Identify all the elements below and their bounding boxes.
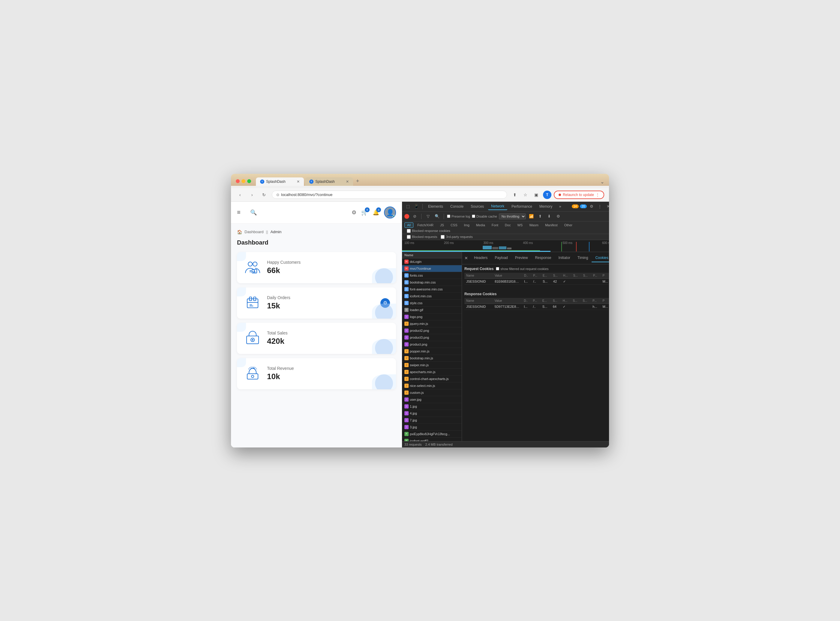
network-item-product[interactable]: I product.png	[402, 341, 462, 348]
new-tab-button[interactable]: +	[353, 177, 362, 186]
relaunch-button[interactable]: Relaunch to update ⋮	[554, 191, 604, 199]
request-cookie-row-1[interactable]: JSESSIONID 81E66B31816CF11A... I... /.. …	[465, 279, 609, 285]
blocked-response-cookies-checkbox[interactable]: Blocked response cookies	[407, 229, 450, 233]
filter-fetch-xhr[interactable]: Fetch/XHR	[415, 223, 436, 228]
filter-funnel-icon[interactable]: ▽	[424, 213, 432, 220]
payload-tab[interactable]: Payload	[491, 254, 511, 262]
blocked-requests-checkbox[interactable]: Blocked requests	[407, 235, 437, 239]
dt-close-icon[interactable]: ✕	[605, 203, 609, 210]
network-item-mvc[interactable]: H mvc/?continue	[402, 265, 462, 272]
network-item-4jpg[interactable]: I 4.jpg	[402, 410, 462, 417]
third-party-input[interactable]	[441, 235, 445, 239]
network-item-niceselect[interactable]: J nice-select.min.js	[402, 382, 462, 389]
filter-media[interactable]: Media	[473, 223, 488, 228]
maximize-traffic-light[interactable]	[247, 179, 251, 183]
network-item-product2[interactable]: I product2.png	[402, 327, 462, 334]
network-item-user-jpg[interactable]: I user.jpg	[402, 396, 462, 403]
filter-wasm[interactable]: Wasm	[527, 223, 541, 228]
bookmark-icon[interactable]: ☆	[521, 191, 530, 199]
network-item-fonts-css[interactable]: C fonts.css	[402, 272, 462, 279]
back-button[interactable]: ‹	[236, 191, 244, 199]
filter-icon[interactable]: ⚙	[352, 209, 356, 215]
network-item-3jpg[interactable]: I 3.jpg	[402, 424, 462, 431]
dt-tab-sources[interactable]: Sources	[468, 203, 487, 210]
hamburger-icon[interactable]: ≡	[237, 209, 241, 216]
disable-cache-checkbox[interactable]: Disable cache	[472, 215, 497, 218]
network-item-fontawesome[interactable]: C font-awesome.min.css	[402, 286, 462, 293]
response-cookie-row-1[interactable]: JSESSIONID 5D97713E2E800C01... I... /.. …	[465, 304, 609, 310]
export-icon[interactable]: ⬇	[546, 213, 553, 220]
network-item-jquery[interactable]: J jquery.min.js	[402, 320, 462, 327]
show-filtered-input[interactable]	[496, 267, 499, 270]
share-icon[interactable]: ⬆	[510, 191, 519, 199]
profile-button[interactable]: T	[543, 191, 551, 199]
minimize-traffic-light[interactable]	[242, 179, 245, 183]
preview-tab[interactable]: Preview	[512, 254, 532, 262]
close-detail-panel-button[interactable]: ✕	[465, 256, 468, 261]
reload-button[interactable]: ↻	[260, 191, 268, 199]
address-bar[interactable]: ⊙ localhost:8080/mvc/?continue	[272, 191, 507, 199]
filter-img[interactable]: Img	[462, 223, 472, 228]
filter-ws[interactable]: WS	[515, 223, 525, 228]
throttle-select[interactable]: No throttling	[499, 214, 526, 220]
timing-tab[interactable]: Timing	[574, 254, 592, 262]
filter-js[interactable]: JS	[437, 223, 447, 228]
network-item-custom-js[interactable]: J custom.js	[402, 389, 462, 396]
disable-cache-input[interactable]	[472, 215, 475, 218]
dt-tab-elements[interactable]: Elements	[425, 203, 446, 210]
third-party-checkbox[interactable]: 3rd-party requests	[441, 235, 472, 239]
network-item-dologin[interactable]: H doLogin	[402, 258, 462, 265]
import-icon[interactable]: ⬆	[537, 213, 544, 220]
network-item-product3[interactable]: I product3.png	[402, 334, 462, 341]
filter-font[interactable]: Font	[489, 223, 501, 228]
network-item-bootstrap-js[interactable]: J bootstrap.min.js	[402, 355, 462, 362]
tab-2-close[interactable]: ✕	[346, 180, 349, 184]
network-item-swiper[interactable]: J swiper.min.js	[402, 362, 462, 369]
dt-tab-console[interactable]: Console	[447, 203, 466, 210]
network-item-control-chart[interactable]: J control-chart-apexcharts.js	[402, 376, 462, 382]
network-item-pxi1[interactable]: F pxiEyp8kv8JHgFVrJJfecg...	[402, 431, 462, 438]
search-network-icon[interactable]: 🔍	[433, 213, 441, 220]
network-item-7jpg[interactable]: I 7.jpg	[402, 417, 462, 424]
blocked-cookies-input[interactable]	[407, 229, 411, 233]
dt-more-icon[interactable]: ⋮	[596, 203, 604, 210]
dt-settings2-icon[interactable]: ⚙	[555, 213, 562, 220]
sidebar-toggle[interactable]: ▣	[532, 191, 541, 199]
dt-tab-memory[interactable]: Memory	[536, 203, 555, 210]
inspect-element-icon[interactable]: ⬚	[404, 203, 412, 210]
headers-tab[interactable]: Headers	[470, 254, 491, 262]
breadcrumb-home[interactable]: Dashboard	[245, 230, 264, 234]
network-item-popper[interactable]: J popper.min.js	[402, 348, 462, 355]
filter-manifest[interactable]: Manifest	[542, 223, 561, 228]
filter-doc[interactable]: Doc	[502, 223, 513, 228]
forward-button[interactable]: ›	[248, 191, 256, 199]
filter-all[interactable]: All	[404, 223, 413, 228]
record-button[interactable]	[404, 214, 409, 219]
network-item-1jpg[interactable]: I 1.jpg	[402, 403, 462, 410]
network-item-bootstrap-css[interactable]: C bootstrap.min.css	[402, 279, 462, 286]
network-item-icofont-css[interactable]: C icofont.min.css	[402, 293, 462, 300]
avatar[interactable]	[384, 206, 396, 218]
dt-tab-performance[interactable]: Performance	[509, 203, 535, 210]
tab-chevron-icon[interactable]: ⌄	[600, 179, 604, 185]
tab-2[interactable]: S SplashDash ✕	[305, 177, 353, 186]
network-item-logo[interactable]: I logo.png	[402, 314, 462, 320]
close-traffic-light[interactable]	[236, 179, 240, 183]
cookies-tab-active[interactable]: Cookies	[592, 254, 609, 262]
filter-other[interactable]: Other	[561, 223, 575, 228]
initiator-tab[interactable]: Initiator	[555, 254, 574, 262]
dt-tab-network[interactable]: Network	[488, 203, 507, 210]
network-item-apexcharts[interactable]: J apexcharts.min.js	[402, 369, 462, 376]
gear-button[interactable]: ⚙	[380, 298, 390, 308]
preserve-log-input[interactable]	[447, 215, 450, 218]
blocked-requests-input[interactable]	[407, 235, 411, 239]
preserve-log-checkbox[interactable]: Preserve log	[447, 215, 470, 218]
wifi-icon[interactable]: 📶	[528, 213, 535, 220]
show-filtered-checkbox[interactable]: show filtered out request cookies	[496, 267, 548, 271]
filter-css[interactable]: CSS	[448, 223, 460, 228]
device-toolbar-icon[interactable]: 📱	[413, 203, 420, 210]
clear-button[interactable]: ⊘	[411, 213, 418, 220]
network-item-loader[interactable]: G loader.gif	[402, 307, 462, 314]
dt-more-tabs-icon[interactable]: »	[556, 203, 564, 210]
site-search-icon[interactable]: 🔍	[250, 209, 257, 216]
